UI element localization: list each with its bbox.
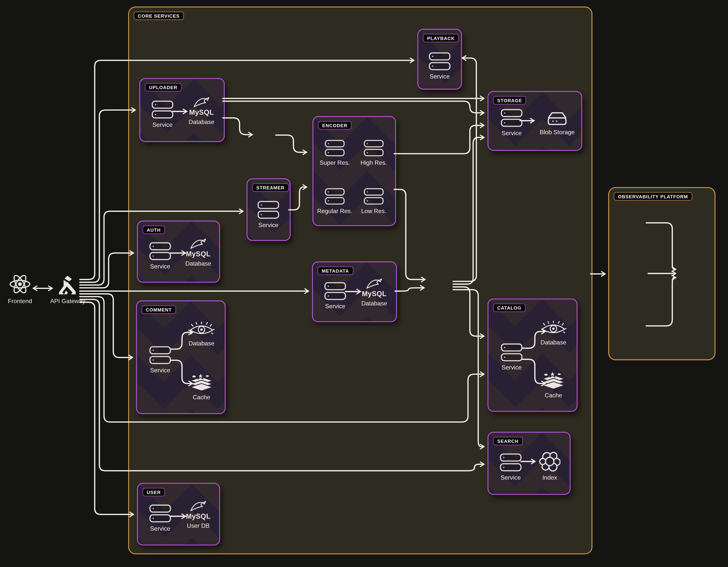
uploader-group-label: UPLOADER — [145, 83, 181, 91]
uploader-service-node[interactable]: Service — [144, 100, 181, 129]
gateway-auth-link — [80, 253, 133, 288]
service-icon — [325, 187, 345, 205]
mysql-wordmark: MySQL — [186, 512, 211, 520]
catalog-cache-node[interactable]: Cache — [532, 370, 575, 399]
comment-service-node[interactable]: Service — [142, 346, 179, 374]
redis-cache-icon — [541, 370, 566, 390]
architecture-diagram: CORE SERVICES OBSERVABILITY PLATFORM Fro… — [0, 0, 728, 567]
mysql-wordmark: MySQL — [189, 108, 214, 116]
comment-database-node[interactable]: Database — [181, 322, 222, 347]
catalog-group-label: CATALOG — [493, 304, 526, 312]
encoder-super-res-node[interactable]: Super Res. — [316, 139, 353, 167]
catalog-database-node[interactable]: Database — [532, 321, 575, 346]
encoder-high-res-node[interactable]: High Res. — [355, 139, 392, 167]
service-icon — [151, 100, 174, 119]
catalog-service-node[interactable]: Service — [493, 343, 530, 372]
playback-group[interactable]: PLAYBACK Service — [417, 29, 462, 90]
kong-gateway-icon — [57, 275, 79, 295]
encoder-group-label: ENCODER — [318, 121, 352, 129]
service-icon — [149, 242, 171, 260]
mysql-dolphin-icon — [189, 500, 208, 512]
metadata-service-node[interactable]: Service — [317, 282, 354, 310]
eye-database-icon — [188, 322, 214, 337]
service-icon — [149, 346, 171, 364]
storage-group[interactable]: STORAGE Service Blob Storage — [487, 91, 582, 151]
user-group[interactable]: USER Service MySQL User DB — [137, 483, 220, 546]
comment-group[interactable]: COMMENT Service Database — [136, 300, 226, 414]
service-icon — [257, 201, 280, 219]
blob-storage-node[interactable]: Blob Storage — [535, 111, 579, 136]
encoder-regular-res-node[interactable]: Regular Res. — [316, 187, 353, 215]
uploader-database-node[interactable]: MySQL Database — [182, 96, 221, 126]
diagram-canvas: CORE SERVICES OBSERVABILITY PLATFORM Fro… — [0, 0, 728, 567]
observability-container[interactable]: OBSERVABILITY PLATFORM — [608, 187, 715, 360]
mysql-dolphin-icon — [189, 238, 208, 249]
playback-service-node[interactable]: Service — [421, 52, 458, 80]
search-group-label: SEARCH — [493, 437, 523, 445]
search-service-node[interactable]: Service — [492, 453, 529, 482]
user-service-node[interactable]: Service — [142, 504, 179, 533]
service-icon — [501, 109, 523, 127]
mysql-dolphin-icon — [365, 278, 384, 289]
react-icon — [8, 273, 32, 295]
playback-group-label: PLAYBACK — [423, 34, 459, 42]
frontend-label: Frontend — [8, 298, 32, 305]
auth-group[interactable]: AUTH Service MySQL Database — [137, 220, 220, 283]
core-services-label: CORE SERVICES — [134, 12, 184, 20]
service-icon — [428, 52, 451, 71]
redis-cache-icon — [189, 372, 213, 391]
user-group-label: USER — [143, 488, 165, 496]
drive-icon — [547, 111, 567, 126]
search-group[interactable]: SEARCH Service Index — [487, 432, 570, 495]
mysql-wordmark: MySQL — [186, 250, 211, 258]
api-gateway-node[interactable]: API Gateway — [50, 275, 85, 305]
service-icon — [500, 453, 522, 472]
service-icon — [364, 139, 384, 157]
storage-group-label: STORAGE — [493, 96, 526, 104]
mysql-dolphin-icon — [192, 96, 211, 108]
search-index-node[interactable]: Index — [531, 451, 568, 482]
encoder-group[interactable]: ENCODER Super Res. High Res. Regular Res… — [312, 116, 396, 226]
comment-group-label: COMMENT — [142, 305, 176, 314]
frontend-node[interactable]: Frontend — [4, 273, 36, 305]
metadata-group[interactable]: METADATA Service MySQL Database — [312, 261, 397, 322]
gateway-uploader-link — [80, 110, 135, 282]
catalog-group[interactable]: CATALOG Service Database — [487, 299, 577, 412]
metadata-group-label: METADATA — [318, 267, 353, 275]
elasticsearch-cluster-icon — [539, 451, 560, 472]
uploader-group[interactable]: UPLOADER Service MySQL Database — [139, 78, 225, 142]
observability-label: OBSERVABILITY PLATFORM — [614, 192, 692, 201]
streamer-group-label: STREAMER — [252, 183, 289, 192]
auth-database-node[interactable]: MySQL Database — [180, 238, 217, 267]
user-database-node[interactable]: MySQL User DB — [180, 500, 217, 530]
auth-service-node[interactable]: Service — [142, 242, 179, 270]
encoder-low-res-node[interactable]: Low Res. — [355, 187, 392, 215]
storage-service-node[interactable]: Service — [492, 109, 531, 137]
api-gateway-label: API Gateway — [50, 298, 86, 305]
service-icon — [364, 187, 384, 205]
service-icon — [149, 504, 171, 523]
auth-group-label: AUTH — [143, 226, 165, 234]
service-icon — [501, 343, 523, 362]
gateway-user-link — [80, 302, 133, 514]
service-icon — [324, 282, 346, 300]
mysql-wordmark: MySQL — [362, 290, 387, 298]
comment-cache-node[interactable]: Cache — [181, 372, 222, 401]
service-icon — [325, 139, 345, 157]
gateway-comment-link — [80, 294, 132, 358]
metadata-database-node[interactable]: MySQL Database — [356, 278, 393, 307]
streamer-service-node[interactable]: Service — [250, 201, 287, 229]
streamer-group[interactable]: STREAMER Service — [246, 178, 291, 241]
eye-database-icon — [541, 321, 566, 336]
